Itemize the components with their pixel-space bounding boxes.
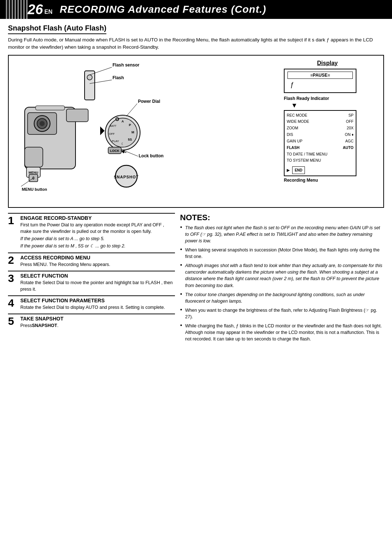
arrow-down-icon: ▼: [291, 102, 298, 109]
svg-text:PLAY: PLAY: [112, 140, 119, 143]
svg-text:A: A: [122, 120, 124, 123]
step-4-body: Rotate the Select Dial to display AUTO a…: [20, 304, 175, 311]
svg-text:0: 0: [32, 176, 34, 180]
system-menu-label: TO SYSTEM MENU: [287, 157, 321, 164]
steps-column: 1 ENGAGE RECORD-STANDBY First turn the P…: [8, 213, 175, 345]
gain-up-label: GAIN UP: [287, 138, 302, 145]
svg-text:M: M: [131, 130, 134, 134]
step-3: 3 SELECT FUNCTION Rotate the Select Dial…: [8, 271, 175, 292]
svg-text:MENU: MENU: [29, 171, 38, 174]
rec-mode-label: REC MODE: [287, 112, 307, 119]
svg-line-25: [123, 152, 126, 153]
svg-line-34: [126, 104, 137, 116]
svg-line-36: [123, 150, 138, 156]
recording-menu-box: REC MODE SP WIDE MODE OFF ZOOM 20X DIS O…: [284, 110, 356, 177]
lcd-screen: ≡PAUSE≡ ƒ: [284, 69, 356, 93]
page-header: 26 EN RECORDING Advanced Features (Cont.…: [0, 0, 392, 19]
step-2-number: 2: [8, 255, 18, 266]
dis-label: DIS: [287, 132, 293, 138]
flash-ready-label: Flash Ready Indicator: [284, 96, 329, 101]
note-3: Although images shot with a flash tend t…: [180, 262, 384, 289]
step-2-title: ACCESS RECORDING MENU: [20, 255, 175, 261]
step-5-content: TAKE SNAPSHOT PressSNAPSHOT.: [20, 316, 175, 329]
step-1-number: 1: [8, 215, 18, 226]
display-area: Display ≡PAUSE≡ ƒ Flash Ready Indicator …: [277, 60, 378, 183]
step-5-title: TAKE SNAPSHOT: [20, 316, 175, 322]
step-3-title: SELECT FUNCTION: [20, 273, 175, 279]
end-row: ▶ END: [287, 165, 354, 174]
svg-text:☾: ☾: [121, 142, 124, 146]
step-4-number: 4: [8, 298, 18, 308]
step-3-body: Rotate the Select Dial to move the point…: [20, 279, 175, 292]
lcd-pause-indicator: ≡PAUSE≡: [287, 72, 353, 79]
recording-menu-label: Recording Menu: [284, 178, 318, 183]
step-1-body: First turn the Power Dial to any operati…: [20, 222, 175, 235]
zoom-row: ZOOM 20X: [287, 125, 354, 132]
svg-text:Flash: Flash: [113, 75, 124, 80]
step-1-italic2: If the power dial is set to M , 5S or ☾ …: [20, 243, 175, 250]
step-4-title: SELECT FUNCTION PARAMETERS: [20, 298, 175, 303]
wide-mode-value: OFF: [346, 118, 354, 125]
svg-rect-6: [25, 147, 43, 167]
rec-mode-value: SP: [348, 112, 354, 119]
wide-mode-label: WIDE MODE: [287, 118, 309, 125]
display-title: Display: [317, 60, 338, 66]
svg-text:MENU button: MENU button: [22, 187, 47, 191]
svg-text:BATT: BATT: [110, 125, 117, 127]
diagram-inner: MENU 0 A P M 5S ☾ PLAY OFF: [14, 60, 378, 203]
end-label: END: [292, 166, 305, 174]
system-menu-row: TO SYSTEM MENU: [287, 157, 354, 164]
date-time-label: TO DATE / TIME MENU: [287, 151, 327, 158]
step-5-body: PressSNAPSHOT.: [20, 322, 175, 329]
step-5-number: 5: [8, 316, 18, 327]
gain-up-value: AGC: [345, 138, 354, 145]
notes-list: The flash does not light when the flash …: [180, 225, 384, 343]
note-6: While charging the flash, ƒ blinks in th…: [180, 323, 384, 342]
step-1-content: ENGAGE RECORD-STANDBY First turn the Pow…: [20, 215, 175, 250]
page-en: EN: [44, 9, 52, 15]
svg-text:Flash sensor: Flash sensor: [113, 62, 139, 68]
step-2-content: ACCESS RECORDING MENU Press MENU. The Re…: [20, 255, 175, 268]
flash-label: FLASH: [287, 145, 299, 151]
section-title: Snapshot Flash (Auto Flash): [8, 24, 106, 34]
main-content: Snapshot Flash (Auto Flash) During Full …: [0, 19, 392, 349]
wide-mode-row: WIDE MODE OFF: [287, 118, 354, 125]
notes-column: NOTES: The flash does not light when the…: [180, 213, 384, 345]
step-4: 4 SELECT FUNCTION PARAMETERS Rotate the …: [8, 295, 175, 311]
note-4: The colour tone changes depending on the…: [180, 291, 384, 304]
diagram-box: MENU 0 A P M 5S ☾ PLAY OFF: [8, 55, 384, 208]
step-1: 1 ENGAGE RECORD-STANDBY First turn the P…: [8, 213, 175, 250]
svg-point-4: [40, 121, 45, 126]
step-5: 5 TAKE SNAPSHOT PressSNAPSHOT.: [8, 314, 175, 329]
svg-text:P: P: [129, 123, 131, 127]
note-5: When you want to change the brightness o…: [180, 307, 384, 320]
header-title: RECORDING Advanced Features (Cont.): [60, 4, 266, 15]
note-1: The flash does not light when the flash …: [180, 225, 384, 244]
svg-rect-5: [66, 109, 88, 122]
step-2-body: Press MENU. The Recording Menu appears.: [20, 261, 175, 268]
step-3-content: SELECT FUNCTION Rotate the Select Dial t…: [20, 273, 175, 292]
end-arrow: ▶: [287, 168, 290, 172]
note-2: When taking several snapshots in success…: [180, 247, 384, 260]
step-1-italic1: If the power dial is set to A ... go to …: [20, 236, 175, 242]
rec-mode-row: REC MODE SP: [287, 112, 354, 119]
dis-row: DIS ON ♦: [287, 132, 354, 138]
flash-value: AUTO: [343, 145, 354, 151]
zoom-value: 20X: [347, 125, 354, 132]
notes-title: NOTES:: [180, 213, 384, 222]
svg-line-38: [21, 178, 33, 186]
svg-text:Power Dial: Power Dial: [138, 99, 160, 104]
page-number: 26: [28, 3, 43, 16]
camcorder-area: MENU 0 A P M 5S ☾ PLAY OFF: [14, 60, 181, 203]
zoom-label: ZOOM: [287, 125, 298, 132]
header-stripe: [6, 0, 28, 19]
svg-marker-40: [100, 126, 105, 135]
step-4-content: SELECT FUNCTION PARAMETERS Rotate the Se…: [20, 298, 175, 311]
lcd-flash-symbol: ƒ: [290, 81, 353, 89]
step-2: 2 ACCESS RECORDING MENU Press MENU. The …: [8, 253, 175, 268]
svg-rect-11: [36, 106, 65, 110]
dis-value: ON ♦: [345, 132, 354, 138]
gain-up-row: GAIN UP AGC: [287, 138, 354, 145]
date-time-row: TO DATE / TIME MENU: [287, 151, 354, 158]
svg-text:LOCK: LOCK: [110, 149, 119, 153]
